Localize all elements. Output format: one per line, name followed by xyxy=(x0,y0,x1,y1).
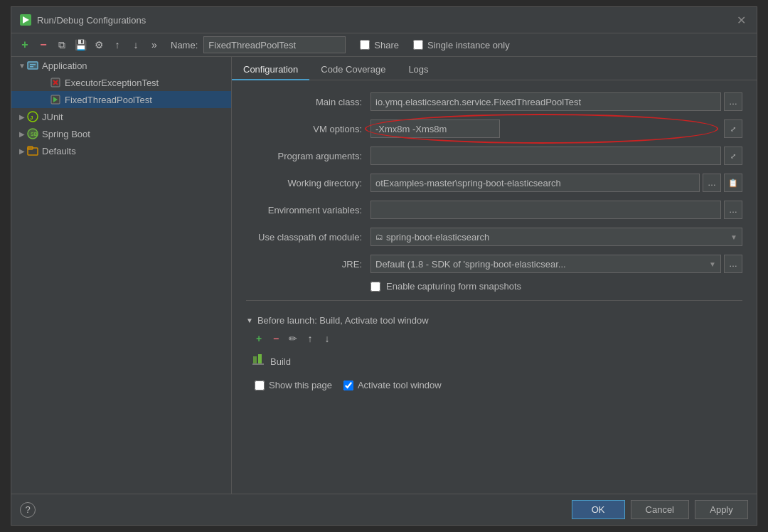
more-button[interactable]: » xyxy=(146,37,162,53)
add-icon: + xyxy=(21,38,28,51)
arrow-down-icon: ↓ xyxy=(134,39,139,50)
classpath-value: spring-boot-elasticsearch xyxy=(386,232,489,243)
single-instance-checkbox[interactable] xyxy=(413,40,423,50)
title-bar-left: Run/Debug Configurations xyxy=(20,14,146,26)
title-bar: Run/Debug Configurations ✕ xyxy=(11,7,757,33)
classpath-input-area: 🗂 spring-boot-elasticsearch ▼ xyxy=(370,228,742,246)
working-dir-label: Working directory: xyxy=(246,178,370,188)
cancel-label: Cancel xyxy=(646,504,674,515)
add-config-button[interactable]: + xyxy=(17,37,33,53)
svg-rect-1 xyxy=(28,62,38,69)
activate-window-option: Activate tool window xyxy=(343,380,442,390)
ok-button[interactable]: OK xyxy=(572,500,625,519)
working-dir-input[interactable] xyxy=(370,174,700,192)
env-vars-browse-button[interactable]: … xyxy=(724,201,742,219)
expand-arrow-defaults: ▶ xyxy=(17,146,27,156)
single-instance-label: Single instance only xyxy=(427,40,510,50)
before-launch-down-button[interactable]: ↓ xyxy=(320,331,334,346)
show-page-checkbox[interactable] xyxy=(255,381,265,390)
save-config-button[interactable]: 💾 xyxy=(73,37,88,53)
program-args-label: Program arguments: xyxy=(246,151,370,161)
sidebar-item-junit[interactable]: ▶ J JUnit xyxy=(11,108,231,125)
expand-arrow-spring: ▶ xyxy=(17,129,27,139)
classpath-dropdown[interactable]: 🗂 spring-boot-elasticsearch ▼ xyxy=(370,228,742,246)
sidebar-item-application[interactable]: ▼ Application xyxy=(11,57,231,74)
before-launch-up-button[interactable]: ↑ xyxy=(303,331,317,346)
save-icon: 💾 xyxy=(75,39,87,50)
application-folder-icon xyxy=(27,60,38,71)
vm-options-label: VM options: xyxy=(246,124,370,134)
apply-button[interactable]: Apply xyxy=(695,500,748,519)
build-item: Build xyxy=(246,351,742,371)
footer: ? OK Cancel Apply xyxy=(11,494,757,525)
tab-configuration[interactable]: Configuration xyxy=(232,60,309,80)
sidebar-item-defaults[interactable]: ▶ Defaults xyxy=(11,142,231,159)
copy-icon: ⧉ xyxy=(58,39,65,51)
copy-config-button[interactable]: ⧉ xyxy=(54,37,70,53)
main-class-input[interactable] xyxy=(370,92,721,111)
move-up-button[interactable]: ↑ xyxy=(110,37,125,53)
remove-config-button[interactable]: − xyxy=(36,37,51,53)
sidebar-item-fixed-label: FixedThreadPoolTest xyxy=(65,95,152,105)
vm-options-expand-button[interactable]: ⤢ xyxy=(724,119,742,138)
config-error-icon xyxy=(50,77,61,88)
env-vars-input[interactable] xyxy=(370,201,721,219)
edit-before-launch-icon: ✏ xyxy=(289,333,297,344)
expand-arrow-application: ▼ xyxy=(17,60,27,70)
main-class-input-area: … xyxy=(370,92,742,111)
svg-marker-0 xyxy=(23,16,29,23)
before-launch-edit-button[interactable]: ✏ xyxy=(286,331,300,346)
close-button[interactable]: ✕ xyxy=(734,13,748,27)
tab-logs[interactable]: Logs xyxy=(397,60,439,80)
browse-jre-icon: … xyxy=(729,259,737,269)
arrow-up-icon: ↑ xyxy=(115,39,120,50)
sidebar-item-executor-label: ExecutorExceptionTest xyxy=(65,78,159,88)
activate-window-checkbox[interactable] xyxy=(343,381,353,390)
cancel-button[interactable]: Cancel xyxy=(631,500,689,519)
dialog-title: Run/Debug Configurations xyxy=(37,15,146,26)
tab-code-coverage[interactable]: Code Coverage xyxy=(309,60,397,80)
sidebar-item-application-label: Application xyxy=(42,60,87,71)
classpath-row: Use classpath of module: 🗂 spring-boot-e… xyxy=(246,227,742,247)
enable-snapshots-row: Enable capturing form snapshots xyxy=(246,281,742,292)
config-panel: Configuration Code Coverage Logs Main cl… xyxy=(232,57,757,494)
settings-button[interactable]: ⚙ xyxy=(91,37,107,53)
module-icon: 🗂 xyxy=(375,233,383,241)
before-launch-toolbar: + − ✏ ↑ ↓ xyxy=(246,331,742,346)
svg-rect-17 xyxy=(253,356,257,363)
working-dir-browse-button[interactable]: … xyxy=(703,174,721,192)
help-button[interactable]: ? xyxy=(20,502,36,518)
enable-snapshots-checkbox[interactable] xyxy=(370,282,380,292)
jre-dropdown[interactable]: Default (1.8 - SDK of 'spring-boot-elast… xyxy=(370,255,721,273)
sidebar: ▼ Application xyxy=(11,57,232,494)
program-args-input[interactable] xyxy=(370,147,721,165)
show-page-option: Show this page xyxy=(255,380,332,390)
jre-label: JRE: xyxy=(246,259,370,270)
program-args-expand-button[interactable]: ⤢ xyxy=(724,147,742,165)
working-dir-copy-button[interactable]: 📋 xyxy=(724,174,742,192)
main-class-row: Main class: … xyxy=(246,92,742,112)
sidebar-item-fixed-thread-pool-test[interactable]: FixedThreadPoolTest xyxy=(11,91,231,108)
jre-row: JRE: Default (1.8 - SDK of 'spring-boot-… xyxy=(246,254,742,274)
before-launch-add-button[interactable]: + xyxy=(252,331,266,346)
before-launch-header: ▼ Before launch: Build, Activate tool wi… xyxy=(246,315,742,326)
add-before-launch-icon: + xyxy=(256,333,262,344)
share-checkbox[interactable] xyxy=(360,40,370,50)
vm-options-input[interactable] xyxy=(370,119,500,138)
main-class-browse-button[interactable]: … xyxy=(724,92,742,111)
program-args-row: Program arguments: ⤢ xyxy=(246,146,742,166)
build-icon xyxy=(252,353,265,369)
jre-browse-button[interactable]: … xyxy=(724,255,742,273)
svg-rect-3 xyxy=(30,64,36,65)
move-down-button[interactable]: ↓ xyxy=(128,37,144,53)
before-launch-remove-button[interactable]: − xyxy=(269,331,283,346)
main-content: ▼ Application xyxy=(11,57,757,494)
env-vars-input-area: … xyxy=(370,201,742,219)
browse-icon: … xyxy=(729,97,737,107)
name-input[interactable] xyxy=(203,36,346,53)
sidebar-item-executor-exception-test[interactable]: ExecutorExceptionTest xyxy=(11,74,231,91)
classpath-label: Use classpath of module: xyxy=(246,232,370,243)
before-launch-section: ▼ Before launch: Build, Activate tool wi… xyxy=(246,309,742,396)
svg-rect-18 xyxy=(258,354,262,363)
sidebar-item-spring-boot[interactable]: ▶ SB Spring Boot xyxy=(11,125,231,142)
